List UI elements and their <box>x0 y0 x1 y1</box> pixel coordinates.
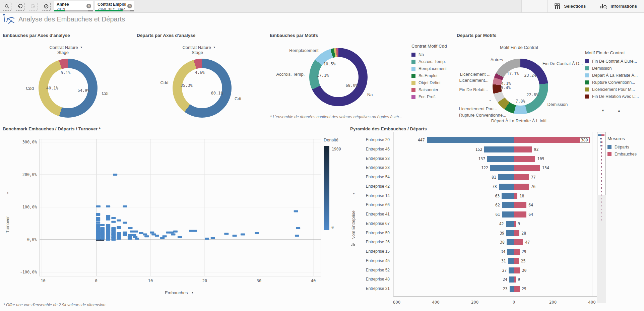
scatter-density-bin[interactable] <box>139 232 143 234</box>
embauches-bar[interactable] <box>514 211 526 217</box>
embauches-bar[interactable] <box>514 267 520 273</box>
departs-bar[interactable] <box>509 276 514 283</box>
legend-item[interactable]: Remplacement <box>411 65 447 72</box>
scatter-density-bin[interactable] <box>211 237 215 239</box>
scatter-density-bin[interactable] <box>128 227 133 229</box>
legend-item[interactable]: Rupture Conventionn... <box>585 79 639 86</box>
informations-button[interactable]: Informations <box>593 0 644 12</box>
scatter-density-bin[interactable] <box>255 232 259 234</box>
departs-bar[interactable] <box>508 258 514 264</box>
scatter-density-bin[interactable] <box>117 226 121 228</box>
legend-item[interactable]: Accrois. Temp. <box>411 58 447 65</box>
legend-item[interactable]: Embauches <box>607 150 637 158</box>
legend-item[interactable]: Départ À La Retraite À... <box>585 72 639 79</box>
departs-bar[interactable] <box>490 165 514 171</box>
departs-bar[interactable] <box>499 184 514 190</box>
departs-bar[interactable] <box>484 146 514 152</box>
departs-bar[interactable] <box>509 267 514 273</box>
embauches-bar[interactable] <box>514 276 516 283</box>
scatter-density-bin[interactable] <box>144 235 149 237</box>
clear-selections-button[interactable] <box>42 2 51 11</box>
departs-bar[interactable] <box>510 286 514 292</box>
scatter-density-bin[interactable] <box>106 224 110 226</box>
selections-button[interactable]: Sélections <box>547 0 593 12</box>
embauches-bar[interactable] <box>514 202 526 208</box>
close-icon[interactable]: ✕ <box>86 4 91 8</box>
embauches-bar[interactable] <box>514 137 590 143</box>
scatter-density-bin[interactable] <box>193 230 197 232</box>
scatter-density-bin[interactable] <box>143 233 147 235</box>
scatter-density-bin[interactable] <box>117 220 121 222</box>
scatter-density-bin[interactable] <box>96 224 100 226</box>
embauches-bar[interactable] <box>514 286 520 292</box>
departs-bar[interactable] <box>502 193 514 199</box>
scatter-density-bin[interactable] <box>132 234 136 236</box>
filter-chip-annee[interactable]: Année 2019 ✕ <box>54 1 93 12</box>
scatter-density-bin[interactable] <box>123 222 127 224</box>
departs-bar[interactable] <box>507 239 514 245</box>
scatter-density-bin[interactable] <box>163 235 167 237</box>
scatter-density-bin[interactable] <box>296 227 300 229</box>
scatter-density-bin[interactable] <box>100 227 105 229</box>
legend-item[interactable]: Licenciement Pour M... <box>585 86 639 93</box>
scatter-density-bin[interactable] <box>111 227 116 229</box>
departs-bar[interactable] <box>506 230 514 236</box>
scatter-density-bin[interactable] <box>170 232 174 234</box>
legend-item[interactable]: Départs <box>607 143 637 150</box>
embauches-bar[interactable] <box>514 239 523 245</box>
embauches-bar[interactable] <box>514 221 516 227</box>
embauches-bar[interactable] <box>514 146 532 152</box>
legend-item[interactable]: For. Prof. <box>411 93 447 100</box>
legend-scroll-down-icon[interactable]: ▼ <box>601 109 604 112</box>
donut-departs-axes[interactable] <box>173 59 232 118</box>
scatter-density-bin[interactable] <box>113 174 117 176</box>
departs-bar[interactable] <box>506 221 514 227</box>
scatter-density-bin[interactable] <box>294 210 298 212</box>
scatter-density-bin[interactable] <box>123 232 127 234</box>
scatter-density-bin[interactable] <box>123 205 127 207</box>
smart-search-button[interactable] <box>3 2 11 11</box>
embauches-bar[interactable] <box>514 184 529 190</box>
scatter-density-bin[interactable] <box>106 217 110 219</box>
scatter-density-bin[interactable] <box>205 238 209 240</box>
embauches-bar[interactable] <box>514 249 520 255</box>
legend-item[interactable]: Fin De Contrat À Duré... <box>585 58 639 65</box>
scatter-density-bin[interactable] <box>96 222 100 224</box>
scatter-density-bin[interactable] <box>96 205 101 207</box>
embauches-bar[interactable] <box>514 193 517 199</box>
departs-bar[interactable] <box>487 156 514 162</box>
legend-item[interactable]: Objet Défini <box>411 79 447 86</box>
scatter-density-bin[interactable] <box>117 232 121 234</box>
dimension-dropdown-contrat-nature-2[interactable]: Contrat Nature▼ <box>169 45 229 50</box>
redo-selection-button[interactable] <box>29 2 38 11</box>
scatter-density-bin[interactable] <box>134 231 138 233</box>
scatter-density-bin[interactable] <box>171 233 176 235</box>
legend-item[interactable]: Saisonnier <box>411 86 447 93</box>
legend-item[interactable]: Fin De Relation Avec L'... <box>585 93 639 100</box>
scatter-density-bin[interactable] <box>241 233 245 235</box>
embauches-bar[interactable] <box>514 258 519 264</box>
scatter-density-bin[interactable] <box>135 238 139 240</box>
legend-item[interactable]: Na <box>411 51 447 58</box>
scatter-density-bin[interactable] <box>128 234 133 236</box>
embauches-bar[interactable] <box>514 230 519 236</box>
departs-bar[interactable] <box>507 249 514 255</box>
scatter-density-bin[interactable] <box>100 224 105 226</box>
scatter-density-bin[interactable] <box>106 205 110 207</box>
close-icon[interactable]: ✕ <box>127 4 132 8</box>
scatter-density-bin[interactable] <box>233 235 237 237</box>
undo-selection-button[interactable] <box>16 2 24 11</box>
departs-bar[interactable] <box>498 174 514 180</box>
scatter-density-bin[interactable] <box>155 235 159 237</box>
scatter-density-bin[interactable] <box>173 231 178 233</box>
scatter-density-bin[interactable] <box>178 236 182 238</box>
departs-bar[interactable] <box>427 137 514 143</box>
scatter-density-bin[interactable] <box>189 230 193 232</box>
departs-bar[interactable] <box>502 202 514 208</box>
legend-item[interactable]: Démission <box>585 65 639 72</box>
embauches-bar[interactable] <box>514 156 535 162</box>
legend-scroll-up-icon[interactable]: ▲ <box>618 109 621 112</box>
legend-item[interactable]: Ss Emploi <box>411 72 447 79</box>
scatter-density-bin[interactable] <box>106 215 110 217</box>
scatter-density-bin[interactable] <box>295 235 299 237</box>
